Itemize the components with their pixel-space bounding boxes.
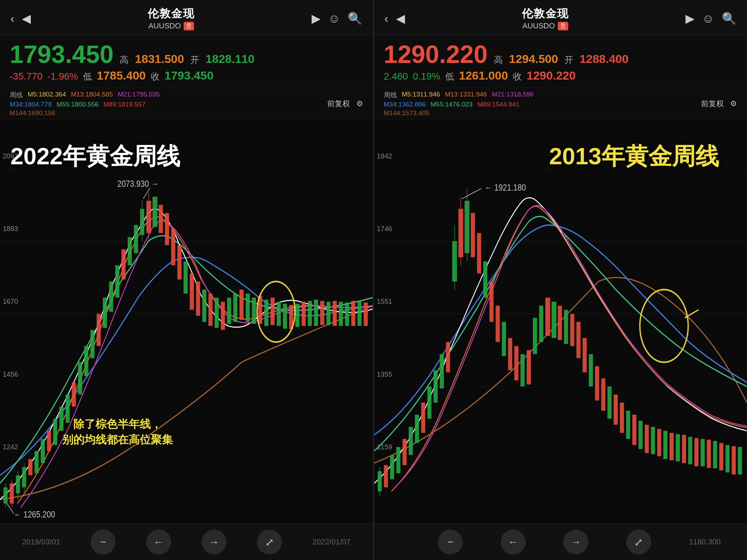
svg-rect-135 [682, 435, 686, 463]
right-ma-m89: M89:1544.841 [478, 101, 520, 108]
right-next-button[interactable]: ▶ [685, 11, 694, 25]
svg-rect-111 [533, 318, 537, 354]
left-y-label-1: 2097 [3, 152, 18, 160]
left-next-button[interactable]: ▶ [312, 11, 321, 25]
svg-text:← 1921.180: ← 1921.180 [485, 183, 526, 193]
left-y-label-2: 1883 [3, 225, 18, 233]
right-expand-button[interactable]: ⤢ [626, 530, 651, 554]
left-arrow-right-button[interactable]: → [202, 530, 227, 554]
left-nav-title: 伦敦金现 [148, 6, 195, 21]
right-arrow-left-button[interactable]: ← [501, 530, 526, 554]
svg-rect-44 [202, 290, 206, 322]
right-nav-subtitle: AUUSDO 贵 [522, 21, 568, 30]
right-main-price: 1290.220 [384, 42, 488, 67]
left-y-label-5: 1242 [3, 443, 18, 451]
svg-rect-126 [626, 411, 630, 439]
svg-rect-127 [632, 415, 636, 445]
left-chart-area[interactable]: 2073.930 → ← 1265.200 2097 1883 1670 145… [0, 120, 373, 524]
right-open-label: 开 [564, 54, 573, 66]
svg-rect-15 [35, 451, 39, 473]
svg-rect-114 [551, 302, 556, 338]
right-open-val: 1288.400 [580, 52, 629, 66]
svg-rect-121 [595, 366, 599, 401]
right-rights-label[interactable]: 前复权 [701, 99, 724, 109]
left-avatar-icon[interactable]: ☺ [328, 12, 340, 25]
right-nav-center: 伦敦金现 AUUSDO 贵 [522, 6, 569, 30]
right-panel: ‹ ◀ 伦敦金现 AUUSDO 贵 ▶ ☺ 🔍 1290.220 高 1294.… [374, 0, 747, 560]
svg-rect-69 [358, 302, 362, 326]
left-expand-button[interactable]: ⤢ [257, 530, 282, 554]
left-panel: ‹ ◀ 伦敦金现 AUUSDO 贵 ▶ ☺ 🔍 1793.450 高 1831.… [0, 0, 373, 560]
svg-rect-139 [707, 440, 711, 468]
left-search-icon[interactable]: 🔍 [348, 11, 362, 25]
svg-rect-19 [59, 407, 64, 431]
right-period-label: 周线 [384, 91, 397, 100]
svg-rect-26 [103, 297, 107, 328]
right-settings-icon[interactable]: ⚙ [730, 99, 737, 108]
svg-rect-102 [477, 233, 481, 274]
right-nav-left-icons: ‹ ◀ [385, 11, 405, 25]
svg-rect-52 [252, 297, 256, 324]
svg-rect-129 [645, 425, 649, 453]
right-y-label-5: 1159 [377, 443, 393, 451]
left-ma-row3: M144:1690.156 [10, 109, 160, 117]
left-y-label-3: 1670 [3, 297, 18, 305]
left-ma-m55: M55:1800.556 [57, 101, 99, 108]
right-ma-m5: M5:1311.946 [402, 91, 440, 100]
right-avatar-icon[interactable]: ☺ [702, 12, 714, 25]
svg-rect-138 [700, 439, 704, 466]
svg-rect-43 [196, 282, 200, 316]
right-change-pct: 0.19% [413, 71, 440, 82]
left-prev-button[interactable]: ◀ [22, 11, 31, 25]
left-arrow-left-button[interactable]: ← [146, 530, 171, 554]
svg-rect-23 [84, 346, 88, 377]
left-ma-row2: M34:1804.778 M55:1800.556 M89:1819.557 [10, 101, 160, 108]
left-end-date: 2022/01/07 [312, 538, 350, 547]
left-settings-icon[interactable]: ⚙ [356, 99, 363, 108]
svg-rect-86 [396, 447, 400, 473]
left-nav-left-icons: ‹ ◀ [10, 11, 31, 25]
svg-rect-66 [339, 302, 343, 326]
left-close-val: 1793.450 [165, 69, 214, 82]
right-high-val: 1294.500 [509, 52, 558, 66]
right-chart-svg: ← 1921.180 [374, 120, 747, 524]
left-open-val: 1828.110 [205, 52, 255, 66]
right-ma-lines: 周线 M5:1311.946 M13:1331.948 M21:1318.596… [384, 91, 534, 117]
left-ma-m21: M21:1795.035 [118, 91, 160, 100]
svg-rect-18 [53, 419, 57, 445]
left-back-button[interactable]: ‹ [10, 12, 14, 25]
right-ma-row1: 周线 M5:1311.946 M13:1331.948 M21:1318.596 [384, 91, 534, 100]
svg-rect-16 [41, 439, 45, 463]
svg-rect-49 [233, 294, 237, 322]
svg-rect-93 [440, 354, 444, 388]
left-ma-area: 周线 M5:1802.364 M13:1804.585 M21:1795.035… [0, 88, 373, 120]
right-y-label-4: 1355 [377, 370, 393, 378]
right-minus-button[interactable]: − [438, 530, 463, 554]
svg-rect-31 [134, 225, 138, 253]
svg-rect-124 [614, 395, 618, 425]
svg-rect-37 [159, 205, 163, 233]
svg-rect-42 [190, 273, 194, 310]
svg-rect-38 [165, 213, 169, 245]
right-search-icon[interactable]: 🔍 [722, 11, 736, 25]
svg-rect-140 [713, 441, 717, 468]
svg-rect-28 [115, 265, 119, 297]
svg-rect-14 [28, 459, 33, 475]
right-ma-row2: M34:1362.886 M55:1476.023 M89:1544.841 [384, 101, 534, 108]
right-arrow-right-button[interactable]: → [563, 530, 588, 554]
right-back-button[interactable]: ‹ [385, 12, 388, 25]
svg-rect-40 [177, 245, 182, 279]
svg-text:← 1265.200: ← 1265.200 [14, 509, 55, 520]
left-close-label: 收 [151, 71, 160, 83]
right-nav-title: 伦敦金现 [522, 6, 569, 21]
left-change: -35.770 [10, 71, 43, 82]
left-rights-label[interactable]: 前复权 [327, 99, 350, 109]
right-prev-button[interactable]: ◀ [396, 11, 405, 25]
svg-rect-54 [264, 300, 268, 326]
left-minus-button[interactable]: − [91, 530, 116, 554]
svg-rect-122 [601, 378, 605, 411]
right-chart-area[interactable]: ← 1921.180 1942 1746 1551 1355 1159 2013… [374, 120, 747, 524]
left-ma-lines: 周线 M5:1802.364 M13:1804.585 M21:1795.035… [10, 91, 160, 117]
left-nav-center: 伦敦金现 AUUSDO 贵 [148, 6, 195, 30]
svg-rect-141 [719, 443, 723, 470]
